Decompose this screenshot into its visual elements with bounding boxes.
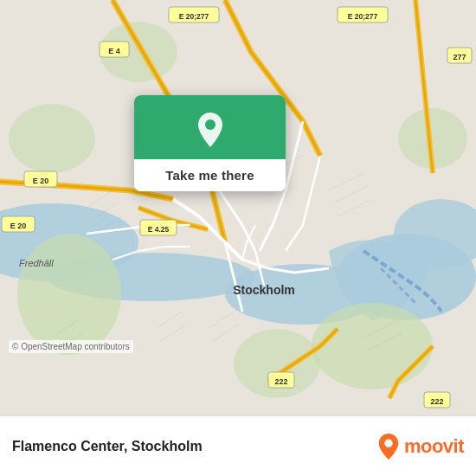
- svg-point-9: [9, 104, 95, 173]
- svg-text:222: 222: [274, 377, 287, 386]
- svg-point-51: [205, 119, 215, 130]
- svg-text:E 20;277: E 20;277: [179, 12, 209, 21]
- svg-text:277: 277: [453, 53, 466, 61]
- svg-text:E 4: E 4: [108, 47, 120, 55]
- svg-text:E 20;277: E 20;277: [348, 12, 378, 21]
- map-container: E 4 E 20 E 20 E 20;277 E 20;277 277 E 4.…: [0, 0, 476, 415]
- svg-text:E 4.25: E 4.25: [148, 225, 170, 234]
- svg-text:222: 222: [430, 397, 443, 406]
- location-pin-icon: [195, 111, 226, 149]
- map-background: E 4 E 20 E 20 E 20;277 E 20;277 277 E 4.…: [0, 0, 476, 415]
- svg-text:Stockholm: Stockholm: [233, 283, 295, 297]
- svg-text:Fredhäll: Fredhäll: [19, 258, 54, 268]
- svg-point-7: [312, 303, 433, 389]
- svg-text:E 20: E 20: [10, 222, 27, 230]
- popup-header: [134, 95, 286, 159]
- popup-card: Take me there: [134, 95, 286, 191]
- svg-text:E 20: E 20: [33, 177, 49, 185]
- bottom-bar: Flamenco Center, Stockholm moovit: [0, 415, 476, 476]
- moovit-logo: moovit: [376, 433, 464, 460]
- svg-point-6: [17, 234, 121, 355]
- map-attribution: © OpenStreetMap contributors: [9, 340, 133, 353]
- moovit-brand-text: moovit: [404, 435, 464, 458]
- take-me-there-button[interactable]: Take me there: [134, 159, 286, 191]
- place-name: Flamenco Center, Stockholm: [12, 439, 203, 454]
- svg-point-52: [384, 439, 392, 447]
- moovit-pin-icon: [376, 433, 401, 460]
